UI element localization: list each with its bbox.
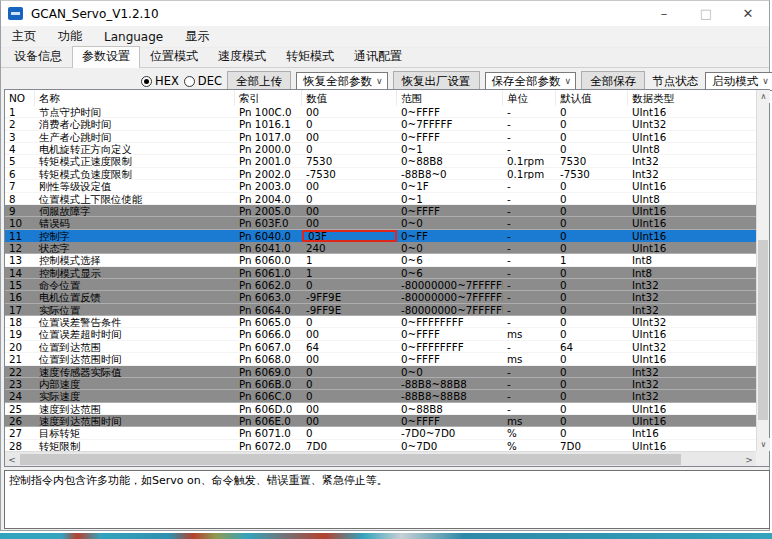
table-row[interactable]: 21位置到达范围时间Pn 6068.0000~FFFFms0UInt16 <box>5 353 756 365</box>
tab-comm-config[interactable]: 通讯配置 <box>344 46 412 67</box>
cell-datatype: Int16 <box>628 427 756 438</box>
cell-name: 速度到达范围时间 <box>35 415 235 426</box>
table-row[interactable]: 7刚性等级设定值Pn 2003.0000~1F-0UInt16 <box>5 180 756 192</box>
cell-index: Pn 6041.0 <box>235 242 302 253</box>
cell-index: Pn 6062.0 <box>235 279 302 290</box>
col-index: 索引 <box>235 90 302 106</box>
cell-no: 10 <box>5 217 35 228</box>
cell-value: 0 <box>302 378 397 389</box>
table-row[interactable]: 20位置到达范围Pn 6067.0640~FFFFFFFF-64UInt32 <box>5 341 756 353</box>
scroll-up-icon[interactable]: ∧ <box>757 90 770 103</box>
scroll-left-icon[interactable]: < <box>5 453 19 466</box>
cell-index: Pn 2001.0 <box>235 155 302 166</box>
cell-range: 0~FFFF <box>397 131 503 142</box>
scrollbar-corner <box>756 451 769 466</box>
cell-name: 内部速度 <box>35 378 235 389</box>
cell-default: 0 <box>556 378 628 389</box>
cell-no: 22 <box>5 366 35 377</box>
cell-datatype: UInt16 <box>628 217 756 228</box>
cell-default: 0 <box>556 279 628 290</box>
tab-parameter-settings[interactable]: 参数设置 <box>72 46 140 68</box>
table-row[interactable]: 28转矩限制Pn 6072.07D00~7D0%7D0UInt16 <box>5 440 756 451</box>
table-row[interactable]: 5转矩模式正速度限制Pn 2001.075300~88B80.1rpm7530I… <box>5 155 756 167</box>
cell-datatype: UInt32 <box>628 341 756 352</box>
maximize-button[interactable]: □ <box>685 1 727 26</box>
menu-home[interactable]: 主页 <box>1 28 47 45</box>
cell-value: 0 <box>302 366 397 377</box>
cell-no: 13 <box>5 254 35 265</box>
cell-range: 0~88B8 <box>397 155 503 166</box>
table-row[interactable]: 22速度传感器实际值Pn 6069.000~0-0Int32 <box>5 366 756 378</box>
cell-value: 00 <box>302 353 397 364</box>
table-row[interactable]: 9伺服故障字Pn 2005.0000~FFFF-0UInt16 <box>5 205 756 217</box>
horizontal-scroll-thumb[interactable] <box>20 454 681 465</box>
table-row[interactable]: 4电机旋转正方向定义Pn 2000.000~1-0UInt8 <box>5 143 756 155</box>
scroll-right-icon[interactable]: > <box>742 453 756 466</box>
menu-display[interactable]: 显示 <box>174 28 220 45</box>
cell-range: -88B8~88B8 <box>397 378 503 389</box>
startup-mode-select[interactable]: 启动模式 ∨ <box>705 72 772 91</box>
cell-name: 控制模式选择 <box>35 254 235 265</box>
col-range: 范围 <box>397 90 503 106</box>
table-row[interactable]: 23内部速度Pn 606B.00-88B8~88B8-0Int32 <box>5 378 756 390</box>
table-row[interactable]: 1节点守护时间Pn 100C.0000~FFFF-0UInt16 <box>5 106 756 118</box>
menu-function[interactable]: 功能 <box>47 28 93 45</box>
col-no: NO <box>5 90 35 106</box>
dec-radio[interactable]: DEC <box>184 74 222 88</box>
cell-default: 0 <box>556 242 628 253</box>
table-row[interactable]: 25速度到达范围Pn 606D.0000~88B8-0UInt16 <box>5 403 756 415</box>
cell-unit: - <box>503 341 556 352</box>
cell-unit: - <box>503 403 556 414</box>
hex-radio[interactable]: HEX <box>141 74 179 88</box>
cell-name: 伺服故障字 <box>35 205 235 216</box>
tab-speed-mode[interactable]: 速度模式 <box>208 46 276 67</box>
table-row[interactable]: 6转矩模式负速度限制Pn 2002.0-7530-88B8~00.1rpm-75… <box>5 168 756 180</box>
table-row[interactable]: 26速度到达范围时间Pn 606E.0000~FFFFms0UInt16 <box>5 415 756 427</box>
table-row[interactable]: 12状态字Pn 6041.02400~0-0UInt16 <box>5 242 756 254</box>
table-header: NO 名称 索引 数值 范围 单位 默认值 数据类型 <box>5 90 769 107</box>
cell-datatype: UInt16 <box>628 106 756 117</box>
cell-name: 命令位置 <box>35 279 235 290</box>
cell-no: 7 <box>5 180 35 191</box>
tab-strip: 设备信息 参数设置 位置模式 速度模式 转矩模式 通讯配置 <box>1 48 769 68</box>
table-row[interactable]: 27目标转矩Pn 6071.00-7D0~7D0%0Int16 <box>5 427 756 439</box>
table-row[interactable]: 24实际速度Pn 606C.00-88B8~88B8-0Int32 <box>5 390 756 402</box>
cell-datatype: UInt32 <box>628 118 756 129</box>
table-row[interactable]: 2消费者心跳时间Pn 1016.100~7FFFFF-0UInt32 <box>5 118 756 130</box>
table-row[interactable]: 11控制字Pn 6040.003F0~FF-0UInt16 <box>5 230 756 242</box>
cell-datatype: Int32 <box>628 279 756 290</box>
horizontal-scrollbar[interactable]: < > <box>5 451 756 466</box>
restore-all-params-select[interactable]: 恢复全部参数 ∨ <box>296 72 388 91</box>
table-row[interactable]: 19位置误差超时时间Pn 6066.0000~FFFFms0UInt16 <box>5 328 756 340</box>
save-all-params-select[interactable]: 保存全部参数 ∨ <box>485 72 577 91</box>
vertical-scrollbar[interactable]: ∧ ∨ <box>756 90 769 451</box>
table-row[interactable]: 17实际位置Pn 6064.0-9FF9E-80000000~7FFFFFFF-… <box>5 304 756 316</box>
close-button[interactable]: ✕ <box>727 1 769 26</box>
cell-index: Pn 2004.0 <box>235 193 302 204</box>
cell-default: 0 <box>556 131 628 142</box>
table-row[interactable]: 16电机位置反馈Pn 6063.0-9FF9E-80000000~7FFFFFF… <box>5 291 756 303</box>
node-status-label: 节点状态 <box>650 74 700 89</box>
tab-torque-mode[interactable]: 转矩模式 <box>276 46 344 67</box>
tab-device-info[interactable]: 设备信息 <box>4 46 72 67</box>
table-row[interactable]: 13控制模式选择Pn 6060.010~6-1Int8 <box>5 254 756 266</box>
table-row[interactable]: 18位置误差警告条件Pn 6065.000~FFFFFFFF-0UInt32 <box>5 316 756 328</box>
table-row[interactable]: 3生产者心跳时间Pn 1017.0000~FFFF-0UInt16 <box>5 131 756 143</box>
minimize-button[interactable]: – <box>643 1 685 26</box>
scroll-down-icon[interactable]: ∨ <box>757 438 770 451</box>
menu-language[interactable]: Language <box>93 30 174 44</box>
cell-unit: - <box>503 131 556 142</box>
cell-index: Pn 2005.0 <box>235 205 302 216</box>
cell-datatype: Int32 <box>628 366 756 377</box>
table-row[interactable]: 15命令位置Pn 6062.00-80000000~7FFFFFFF-0Int3… <box>5 279 756 291</box>
table-row[interactable]: 10错误码Pn 603F.0000~0-0UInt16 <box>5 217 756 229</box>
cell-default: 1 <box>556 254 628 265</box>
cell-range: -88B8~88B8 <box>397 390 503 401</box>
cell-value: 00 <box>302 415 397 426</box>
tab-position-mode[interactable]: 位置模式 <box>140 46 208 67</box>
table-row[interactable]: 8位置模式上下限位使能Pn 2004.000~1-0UInt8 <box>5 193 756 205</box>
cell-datatype: UInt16 <box>628 440 756 451</box>
table-row[interactable]: 14控制模式显示Pn 6061.010~6-0Int8 <box>5 267 756 279</box>
cell-range: 0~6 <box>397 254 503 265</box>
vertical-scroll-thumb[interactable] <box>758 240 768 420</box>
